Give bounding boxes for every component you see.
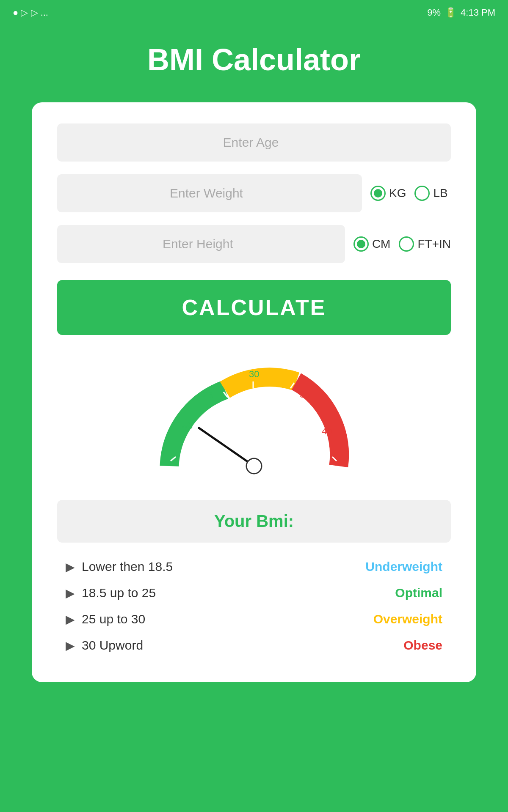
arrow-icon-2: ▶ [66,586,75,600]
battery-icon: 🔋 [445,7,456,18]
status-bar-right: 9% 🔋 4:13 PM [427,7,495,18]
status-bar: ● ▷ ▷ ... 9% 🔋 4:13 PM [0,0,508,25]
weight-lb-radio[interactable] [414,186,430,201]
weight-unit-group: KG LB [370,186,448,201]
bmi-range-obese: 30 Upword [82,638,358,653]
bmi-category-overweight: ▶ 25 up to 30 Overweight [66,612,442,626]
weight-lb-label: LB [433,187,447,200]
height-input[interactable] [57,225,345,263]
weight-kg-radio[interactable] [370,186,386,201]
app-title: BMI Calculator [147,42,361,77]
status-bar-left: ● ▷ ▷ ... [13,7,48,18]
bmi-label-underweight: Underweight [358,560,442,574]
weight-kg-label: KG [389,187,406,200]
height-ftin-label: FT+IN [417,237,451,251]
bmi-range-optimal: 18.5 up to 25 [82,586,358,600]
height-ftin-radio[interactable] [399,236,414,252]
bmi-result-title: Your Bmi: [214,512,294,530]
svg-line-10 [199,428,254,466]
bmi-category-underweight: ▶ Lower then 18.5 Underweight [66,560,442,574]
bmi-label-optimal: Optimal [358,586,442,600]
status-icons: ● ▷ ▷ ... [13,7,48,18]
bmi-category-obese: ▶ 30 Upword Obese [66,638,442,653]
svg-text:25: 25 [202,390,213,401]
svg-text:35: 35 [300,389,310,400]
height-cm-option[interactable]: CM [353,236,391,252]
main-card: KG LB CM FT+IN CALCULATE [32,102,476,682]
svg-text:40: 40 [322,426,332,436]
height-cm-label: CM [372,237,391,251]
arrow-icon-4: ▶ [66,639,75,653]
weight-kg-option[interactable]: KG [370,186,406,201]
bmi-categories: ▶ Lower then 18.5 Underweight ▶ 18.5 up … [57,555,451,657]
bmi-gauge: 20 25 30 35 40 [144,352,364,483]
svg-point-11 [246,458,262,474]
bmi-range-underweight: Lower then 18.5 [82,560,358,574]
height-unit-group: CM FT+IN [353,236,451,252]
calculate-button[interactable]: CALCULATE [57,280,451,335]
bmi-label-obese: Obese [358,638,442,653]
bmi-label-overweight: Overweight [358,612,442,626]
height-ftin-option[interactable]: FT+IN [399,236,451,252]
bmi-category-optimal: ▶ 18.5 up to 25 Optimal [66,586,442,600]
weight-row: KG LB [57,174,451,212]
battery-status: 9% [427,7,441,18]
arrow-icon-3: ▶ [66,612,75,626]
age-row [57,123,451,162]
bmi-range-overweight: 25 up to 30 [82,612,358,626]
height-row: CM FT+IN [57,225,451,263]
arrow-icon-1: ▶ [66,560,75,574]
time-display: 4:13 PM [461,7,495,18]
height-cm-radio[interactable] [353,236,369,252]
gauge-container: 20 25 30 35 40 [57,352,451,483]
svg-text:30: 30 [249,369,259,379]
bmi-result-box: Your Bmi: [57,500,451,543]
weight-input[interactable] [57,174,362,212]
age-input[interactable] [57,123,451,162]
weight-lb-option[interactable]: LB [414,186,447,201]
